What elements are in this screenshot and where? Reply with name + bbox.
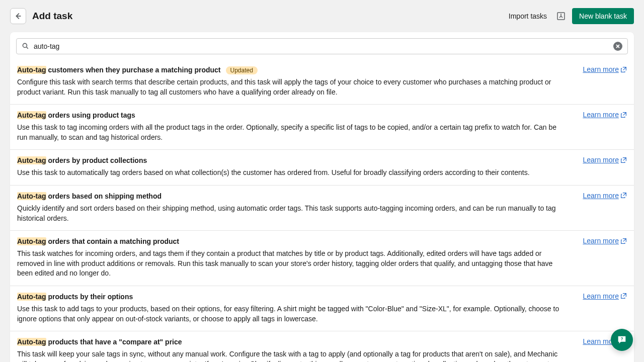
task-description: Use this task to add tags to your produc… [17, 304, 627, 324]
external-link-icon [620, 112, 627, 118]
task-item[interactable]: Auto-tag orders using product tagsUse th… [10, 104, 634, 149]
task-description: Configure this task with search terms th… [17, 77, 627, 97]
svg-point-1 [23, 43, 27, 47]
import-icon[interactable] [556, 11, 566, 21]
clear-search-button[interactable] [613, 42, 622, 51]
external-link-icon [620, 192, 627, 199]
import-tasks-link[interactable]: Import tasks [509, 12, 547, 20]
external-link-icon [620, 66, 627, 73]
task-title: Auto-tag customers when they purchase a … [17, 66, 221, 74]
search-box[interactable] [16, 38, 628, 54]
task-title: Auto-tag orders that contain a matching … [17, 237, 179, 245]
learn-more-link[interactable]: Learn more [583, 65, 627, 73]
arrow-left-icon [14, 12, 23, 21]
help-button[interactable]: ? [611, 329, 633, 351]
task-title: Auto-tag orders by product collections [17, 156, 147, 164]
task-title: Auto-tag products that have a "compare a… [17, 338, 182, 346]
back-button[interactable] [10, 8, 26, 24]
task-title: Auto-tag orders based on shipping method [17, 192, 162, 200]
task-description: Use this task to tag incoming orders wit… [17, 123, 627, 142]
task-card: Auto-tag customers when they purchase a … [10, 32, 634, 362]
task-description: This task watches for incoming orders, a… [17, 249, 627, 279]
task-title: Auto-tag products by their options [17, 293, 133, 301]
search-input[interactable] [34, 42, 609, 50]
learn-more-link[interactable]: Learn more [583, 111, 627, 119]
task-description: Quickly identify and sort orders based o… [17, 204, 627, 223]
task-item[interactable]: Auto-tag orders by product collectionsUs… [10, 149, 634, 185]
new-blank-task-button[interactable]: New blank task [572, 8, 634, 24]
external-link-icon [620, 293, 627, 299]
task-description: Use this task to automatically tag order… [17, 168, 627, 178]
updated-badge: Updated [226, 66, 258, 74]
search-icon [22, 42, 30, 50]
task-description: This task will keep your sale tags in sy… [17, 349, 627, 362]
learn-more-link[interactable]: Learn more [583, 292, 627, 300]
learn-more-link[interactable]: Learn more [583, 237, 627, 245]
learn-more-link[interactable]: Learn more [583, 156, 627, 164]
page-title: Add task [32, 11, 503, 22]
task-item[interactable]: Auto-tag products by their optionsUse th… [10, 286, 634, 331]
task-title: Auto-tag orders using product tags [17, 111, 135, 119]
chat-icon: ? [616, 334, 627, 345]
external-link-icon [620, 157, 627, 163]
external-link-icon [620, 238, 627, 244]
task-item[interactable]: Auto-tag customers when they purchase a … [10, 59, 634, 104]
task-item[interactable]: Auto-tag orders that contain a matching … [10, 230, 634, 286]
close-icon [615, 44, 620, 49]
svg-text:?: ? [620, 337, 623, 341]
learn-more-link[interactable]: Learn more [583, 192, 627, 200]
task-item[interactable]: Auto-tag orders based on shipping method… [10, 185, 634, 230]
task-item[interactable]: Auto-tag products that have a "compare a… [10, 331, 634, 362]
